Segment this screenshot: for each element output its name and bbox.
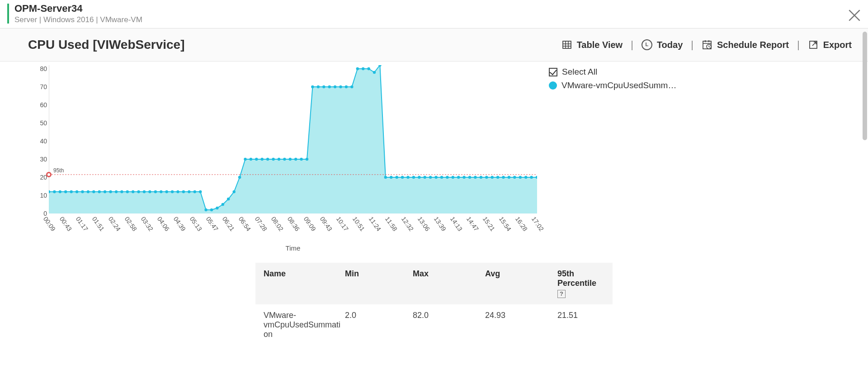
scrollbar[interactable] xyxy=(863,32,867,140)
x-tick: 09:09 xyxy=(302,215,317,232)
svg-point-31 xyxy=(126,190,129,193)
svg-point-55 xyxy=(261,158,264,161)
svg-point-41 xyxy=(182,190,185,193)
svg-point-69 xyxy=(339,85,342,88)
svg-point-49 xyxy=(227,198,230,200)
x-tick: 02:58 xyxy=(123,215,138,232)
y-tick: 40 xyxy=(31,137,47,145)
svg-point-73 xyxy=(362,67,364,70)
col-min: Min xyxy=(345,269,413,298)
export-label: Export xyxy=(823,40,852,50)
svg-point-100 xyxy=(513,176,516,179)
header-strip: OPM-Server34 Server | Windows 2016 | VMw… xyxy=(0,0,868,28)
svg-point-47 xyxy=(216,207,218,209)
svg-point-79 xyxy=(396,176,398,179)
svg-point-40 xyxy=(176,190,179,193)
table-icon xyxy=(561,39,572,50)
svg-point-66 xyxy=(322,85,325,88)
plot-area[interactable]: 01020304050607080 95th xyxy=(49,65,537,213)
calendar-clock-icon xyxy=(702,39,712,50)
schedule-report-button[interactable]: Schedule Report xyxy=(699,39,792,50)
svg-point-95 xyxy=(485,176,488,179)
x-tick: 14:47 xyxy=(465,215,480,232)
svg-point-56 xyxy=(266,158,269,161)
chart-toolbar: CPU Used [VIWebService] Table View | Tod… xyxy=(0,28,868,62)
y-axis-label: Milliseconds xyxy=(14,65,16,82)
y-tick: 50 xyxy=(31,119,47,127)
server-title: OPM-Server34 xyxy=(14,3,868,14)
svg-point-27 xyxy=(104,190,106,193)
close-button[interactable] xyxy=(845,6,863,24)
svg-point-23 xyxy=(81,190,84,193)
svg-point-53 xyxy=(250,158,252,161)
stats-row-0: VMware-vmCpuUsedSummation 2.0 82.0 24.93… xyxy=(255,304,613,346)
x-tick: 06:21 xyxy=(221,215,236,232)
export-icon xyxy=(808,39,819,50)
svg-point-42 xyxy=(188,190,190,193)
export-button[interactable]: Export xyxy=(805,39,854,50)
accent-bar xyxy=(7,4,9,24)
svg-point-102 xyxy=(524,176,527,179)
x-axis-label: Time xyxy=(49,244,537,252)
x-tick: 10:17 xyxy=(335,215,350,232)
percentile-label: 95th xyxy=(53,167,64,174)
y-tick: 30 xyxy=(31,156,47,163)
svg-point-36 xyxy=(154,190,157,193)
legend-series-0[interactable]: VMware-vmCpuUsedSumm… xyxy=(549,81,692,90)
stats-table: Name Min Max Avg 95th Percentile ? VMwar… xyxy=(255,263,613,346)
svg-point-35 xyxy=(148,190,151,193)
time-range-label: Today xyxy=(657,40,683,50)
y-tick: 20 xyxy=(31,174,47,181)
svg-point-45 xyxy=(204,208,207,211)
svg-point-60 xyxy=(289,158,292,161)
svg-point-93 xyxy=(474,176,476,179)
x-tick: 06:54 xyxy=(237,215,252,232)
y-tick: 60 xyxy=(31,101,47,109)
y-tick: 10 xyxy=(31,192,47,199)
svg-point-39 xyxy=(171,190,174,193)
svg-point-52 xyxy=(244,158,246,161)
cell-avg: 24.93 xyxy=(485,311,557,339)
svg-point-71 xyxy=(350,85,353,88)
x-tick: 01:51 xyxy=(91,215,106,232)
x-tick: 14:13 xyxy=(449,215,464,232)
percentile-marker xyxy=(46,172,52,177)
col-p95-label: 95th Percentile xyxy=(557,269,596,288)
legend-series-label: VMware-vmCpuUsedSumm… xyxy=(561,81,676,90)
cell-max: 82.0 xyxy=(413,311,485,339)
svg-point-67 xyxy=(328,85,331,88)
server-subtitle: Server | Windows 2016 | VMware-VM xyxy=(14,15,868,24)
y-axis-label-svg: Milliseconds xyxy=(14,65,28,213)
x-tick: 15:21 xyxy=(481,215,496,232)
svg-point-97 xyxy=(496,176,499,179)
svg-point-94 xyxy=(480,176,482,179)
svg-point-19 xyxy=(59,190,61,193)
svg-point-88 xyxy=(446,176,448,179)
svg-point-91 xyxy=(462,176,465,179)
svg-point-68 xyxy=(334,85,336,88)
svg-point-46 xyxy=(210,208,213,211)
svg-point-86 xyxy=(434,176,437,179)
x-tick: 08:02 xyxy=(270,215,285,232)
help-icon[interactable]: ? xyxy=(557,290,566,298)
svg-point-99 xyxy=(508,176,510,179)
x-tick: 00:43 xyxy=(58,215,73,232)
svg-point-70 xyxy=(345,85,348,88)
col-p95: 95th Percentile ? xyxy=(557,269,604,298)
svg-point-101 xyxy=(519,176,522,179)
x-tick: 04:06 xyxy=(156,215,171,232)
svg-point-75 xyxy=(373,71,376,74)
svg-point-92 xyxy=(468,176,471,179)
y-tick: 70 xyxy=(31,83,47,90)
stats-header-row: Name Min Max Avg 95th Percentile ? xyxy=(255,263,613,304)
x-tick: 09:43 xyxy=(319,215,334,232)
svg-point-89 xyxy=(452,176,454,179)
svg-point-61 xyxy=(294,158,297,161)
x-tick: 07:28 xyxy=(254,215,269,232)
x-tick: 10:51 xyxy=(351,215,366,232)
x-tick: 16:28 xyxy=(514,215,529,232)
x-tick: 13:06 xyxy=(416,215,431,232)
legend-select-all[interactable]: Select All xyxy=(549,67,692,77)
time-range-button[interactable]: Today xyxy=(639,39,685,50)
table-view-button[interactable]: Table View xyxy=(559,39,626,50)
